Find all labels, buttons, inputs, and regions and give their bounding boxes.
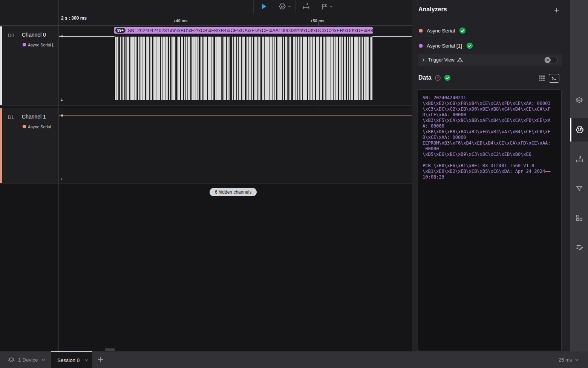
capture-controls: 1F 3 <box>253 0 338 13</box>
label-panel-divider[interactable] <box>58 0 59 351</box>
channel0-serial-burst[interactable] <box>114 37 373 100</box>
channel1-waveform-row[interactable] <box>58 108 412 184</box>
terminal-output: SN: 202404240231 \xBD\xE2\xCB\xF8\xB4\xC… <box>423 95 557 180</box>
divider <box>338 0 338 13</box>
filter-icon <box>576 185 583 192</box>
channel1-high-marker: H <box>61 114 63 117</box>
rail-extensions-tab[interactable] <box>570 206 588 229</box>
check-circle-icon <box>444 74 451 81</box>
timeline-tick <box>318 22 319 25</box>
top-toolbar: 1F 3 <box>0 0 412 13</box>
decoded-frame-text: SN: 202404240231\r\n\xBD\xE2\xCB\xF8\xB4… <box>128 28 373 33</box>
hidden-channels-badge[interactable]: 6 hidden channels <box>210 188 257 196</box>
rail-capture-tab[interactable] <box>570 88 588 112</box>
rail-filter-tab[interactable] <box>570 177 588 200</box>
svg-text:1F: 1F <box>280 5 284 8</box>
trigger-view-toggle[interactable] <box>544 57 558 63</box>
add-analyzer-button[interactable] <box>553 7 560 14</box>
data-title: Data <box>418 74 432 81</box>
check-circle-icon <box>459 27 466 34</box>
timescale-selector[interactable]: 25 ms <box>559 351 579 368</box>
svg-text:3: 3 <box>305 2 308 6</box>
bottom-bar: 1 Device Session 0 × 25 ms <box>0 351 588 368</box>
svg-text:3: 3 <box>579 156 581 159</box>
session-tab-active[interactable]: Session 0 × <box>51 351 92 368</box>
right-icon-rail: 1F 3 <box>570 0 588 351</box>
capture-area: 1F 3 <box>0 0 412 351</box>
toggle-x-icon <box>545 57 551 63</box>
decoded-frame-annotation[interactable]: 99+ SN: 202404240231\r\n\xBD\xE2\xCB\xF8… <box>114 27 373 34</box>
radix-hex-icon: 1F <box>278 2 286 11</box>
play-icon <box>260 3 268 10</box>
warning-icon <box>457 57 463 62</box>
horizontal-scrollbar-thumb[interactable] <box>105 348 115 351</box>
new-session-button[interactable] <box>96 355 105 364</box>
device-selector[interactable]: 1 Device <box>8 351 45 368</box>
chevron-down-icon <box>575 358 579 362</box>
rail-notes-tab[interactable] <box>570 236 588 259</box>
timeline-origin-label: 2 s : 300 ms <box>61 15 87 21</box>
close-tab-icon[interactable]: × <box>85 357 88 363</box>
timeline-ruler[interactable]: 2 s : 300 ms +40 ms +50 ms <box>0 13 412 26</box>
channel1-label-panel[interactable]: D1 Channel 1 Async Serial <box>0 108 58 184</box>
device-icon <box>8 356 15 363</box>
data-view-switcher <box>539 74 559 83</box>
trigger-view-row[interactable]: Trigger View <box>418 54 562 66</box>
measure-icon: 3 <box>575 155 584 164</box>
channel0-name: Channel 0 <box>22 32 46 38</box>
chevron-down-icon <box>288 5 291 8</box>
channel0-color-strip <box>0 26 2 105</box>
table-view-icon[interactable] <box>539 75 545 82</box>
channel0-high-line <box>372 36 412 37</box>
channel1-analyzer-label[interactable]: Async Serial <box>28 125 51 129</box>
timeline-marker-50ms: +50 ms <box>310 18 325 23</box>
frame-count-badge: 99+ <box>115 28 126 33</box>
notes-icon <box>575 243 583 251</box>
channel0-analyzer-label[interactable]: Async Serial [... <box>28 43 57 47</box>
channel0-low-marker: L <box>61 98 63 102</box>
analyzer-item-async-serial[interactable]: Async Serial <box>419 27 466 34</box>
analyzer-color-dot <box>419 44 423 48</box>
terminal-view-button[interactable] <box>549 74 559 83</box>
channel0-high-marker: H <box>61 34 63 38</box>
divider <box>551 351 551 368</box>
analyzer-dot-purple <box>23 43 26 46</box>
timescale-value: 25 ms <box>559 357 572 363</box>
trigger-view-label: Trigger View <box>428 57 454 63</box>
analyzers-panel: Analyzers Async Serial Async Serial [1] … <box>412 0 570 351</box>
channel1-id: D1 <box>8 115 14 120</box>
device-count-label: 1 Device <box>18 357 38 363</box>
rail-measurements-tab[interactable]: 3 <box>570 148 588 171</box>
data-terminal[interactable]: SN: 202404240231 \xBD\xE2\xCB\xF8\xB4\xC… <box>418 89 562 351</box>
timeline-marker-40ms: +40 ms <box>173 18 188 23</box>
channel0-label-panel[interactable]: D0 Channel 0 Async Serial [... <box>0 26 58 106</box>
check-circle-icon <box>466 42 473 49</box>
channel1-low-marker: L <box>61 177 63 181</box>
channel1-color-strip <box>0 108 2 183</box>
rail-radix-tab-active[interactable]: 1F <box>570 118 588 142</box>
measurement-button[interactable]: 3 <box>296 0 316 13</box>
timeline-tick <box>173 22 173 25</box>
session-tab-label: Session 0 <box>57 357 80 363</box>
channel1-name: Channel 1 <box>22 114 46 120</box>
measure-icon: 3 <box>302 2 310 11</box>
radix-selector-button[interactable]: 1F <box>274 0 296 13</box>
channel0-high-line <box>58 36 115 37</box>
analyzer-dot-salmon <box>23 125 26 128</box>
analyzers-title: Analyzers <box>418 6 447 13</box>
data-section-header: Data ? <box>418 74 451 81</box>
analyzer-label: Async Serial [1] <box>427 43 462 49</box>
analyzer-label: Async Serial <box>427 28 455 34</box>
channel0-id: D0 <box>8 33 14 38</box>
extensions-icon <box>575 214 583 222</box>
analyzer-color-dot <box>419 29 423 32</box>
svg-text:?: ? <box>437 76 439 80</box>
flag-icon <box>321 3 328 10</box>
help-icon[interactable]: ? <box>435 75 441 81</box>
layers-icon <box>575 96 583 104</box>
play-button[interactable] <box>254 0 274 13</box>
chevron-right-icon <box>421 58 425 62</box>
svg-text:1F: 1F <box>577 128 582 132</box>
analyzer-item-async-serial-1[interactable]: Async Serial [1] <box>419 42 473 49</box>
annotations-flag-button[interactable] <box>316 0 338 13</box>
